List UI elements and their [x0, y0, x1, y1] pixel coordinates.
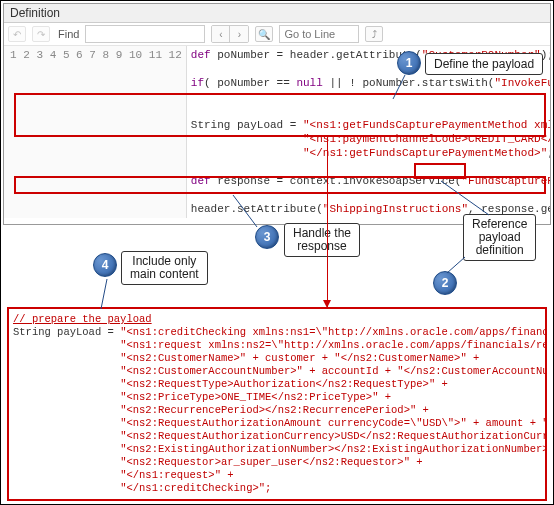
callout-4-label: Include only main content: [121, 251, 208, 285]
find-nav-group: ‹ ›: [211, 25, 249, 43]
find-next-button[interactable]: ›: [230, 26, 248, 42]
svg-line-4: [101, 279, 107, 309]
callout-2-number: 2: [433, 271, 457, 295]
red-link-arrow: [327, 135, 328, 307]
panel-title: Definition: [4, 4, 550, 23]
find-prev-button[interactable]: ‹: [212, 26, 230, 42]
callout-3-number: 3: [255, 225, 279, 249]
find-input[interactable]: [85, 25, 205, 43]
definition-panel: Definition ↶ ↷ Find ‹ › 🔍 ⤴ 1 2 3 4 5 6 …: [3, 3, 551, 225]
undo-button[interactable]: ↶: [8, 26, 26, 42]
callout-4-connector: [99, 277, 111, 311]
payload-head: String payLoad =: [13, 326, 120, 338]
payload-example-panel: // prepare the payload String payLoad = …: [7, 307, 547, 501]
callout-2: 2: [433, 271, 457, 295]
callout-1: 1: [397, 51, 421, 75]
callout-1-number: 1: [397, 51, 421, 75]
callout-3: 3: [255, 225, 279, 249]
find-label: Find: [58, 28, 79, 40]
goto-line-button[interactable]: ⤴: [365, 26, 383, 42]
callout-3-label: Handle the response: [284, 223, 360, 257]
callout-4-number: 4: [93, 253, 117, 277]
screenshot-root: Definition ↶ ↷ Find ‹ › 🔍 ⤴ 1 2 3 4 5 6 …: [0, 0, 554, 505]
line-gutter: 1 2 3 4 5 6 7 8 9 10 11 12: [4, 46, 187, 218]
callout-1-label: Define the payload: [425, 53, 543, 75]
goto-line-input[interactable]: [279, 25, 359, 43]
payload-comment: // prepare the payload: [13, 313, 152, 325]
editor-toolbar: ↶ ↷ Find ‹ › 🔍 ⤴: [4, 23, 550, 46]
search-icon[interactable]: 🔍: [255, 26, 273, 42]
callout-2-label: Reference payload definition: [463, 214, 536, 261]
callout-4: 4: [93, 253, 117, 277]
redo-button[interactable]: ↷: [32, 26, 50, 42]
